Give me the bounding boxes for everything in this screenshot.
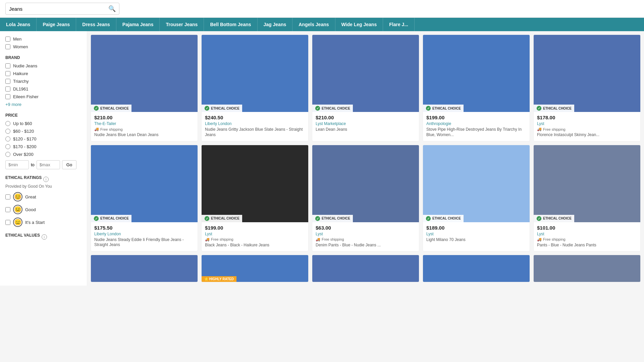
product-card[interactable]: ✓ ETHICAL CHOICE $199.00 Lyst 🚚Free ship… bbox=[201, 145, 309, 252]
price-go-button[interactable]: Go bbox=[62, 160, 76, 169]
more-brands-link[interactable]: +9 more bbox=[5, 102, 82, 107]
product-card[interactable]: ✓ ETHICAL CHOICE $178.00 Lyst 🚚Free ship… bbox=[533, 35, 641, 141]
product-card[interactable] bbox=[91, 255, 198, 282]
product-image: ✓ ETHICAL CHOICE bbox=[423, 35, 530, 112]
price-title: PRICE bbox=[5, 113, 82, 118]
product-image bbox=[91, 255, 198, 282]
ethical-badge-icon: ✓ bbox=[94, 216, 99, 221]
price-range-separator: to bbox=[31, 162, 35, 167]
price-radio[interactable] bbox=[5, 152, 10, 157]
product-card[interactable]: ✓ ETHICAL CHOICE $189.00 Lyst Light Mila… bbox=[423, 145, 530, 252]
price-min-input[interactable] bbox=[5, 160, 29, 169]
price-label: $60 - $120 bbox=[13, 129, 34, 134]
highly-rated-badge: ⭐ HIGHLY RATED bbox=[202, 276, 236, 282]
product-card[interactable]: ✓ ETHICAL CHOICE $175.50 Liberty London … bbox=[91, 145, 198, 252]
price-max-input[interactable] bbox=[37, 160, 60, 169]
product-retailer: Lyst bbox=[316, 232, 416, 236]
brand-checkbox[interactable] bbox=[5, 94, 10, 99]
price-radio[interactable] bbox=[5, 144, 10, 149]
product-image bbox=[534, 255, 640, 282]
ethical-rating-checkbox[interactable] bbox=[5, 207, 10, 212]
product-info: $63.00 Lyst 🚚Free shipping Denim Pants -… bbox=[312, 222, 419, 251]
product-area: ✓ ETHICAL CHOICE $210.00 The-E-Tailer 🚚F… bbox=[87, 31, 644, 286]
brand-checkbox[interactable] bbox=[5, 63, 10, 68]
product-card[interactable] bbox=[312, 255, 419, 282]
product-price: $240.50 bbox=[205, 115, 305, 120]
ethical-values-info-icon[interactable]: i bbox=[42, 234, 47, 240]
gender-checkbox-women[interactable] bbox=[5, 44, 10, 49]
price-radio[interactable] bbox=[5, 136, 10, 141]
ethical-ratings-subtitle: Provided by Good On You bbox=[5, 184, 82, 189]
brand-checkbox[interactable] bbox=[5, 79, 10, 84]
shipping-truck-icon: 🚚 bbox=[205, 237, 210, 242]
product-card[interactable]: ✓ ETHICAL CHOICE $101.00 Lyst 🚚Free ship… bbox=[533, 145, 641, 252]
svg-text:✓: ✓ bbox=[95, 217, 98, 221]
product-price: $175.50 bbox=[94, 225, 194, 231]
ethical-rating-good: 😐 Good bbox=[5, 205, 82, 214]
product-info: $178.00 Lyst 🚚Free shipping Florence Ins… bbox=[534, 112, 640, 141]
product-info: $189.00 Lyst Light Milano 70 Jeans bbox=[423, 222, 530, 246]
product-retailer: Lyst bbox=[426, 232, 526, 236]
product-image: ✓ ETHICAL CHOICE bbox=[312, 145, 419, 222]
svg-text:✓: ✓ bbox=[427, 107, 430, 110]
product-price: $101.00 bbox=[537, 225, 637, 231]
category-tab-jag[interactable]: Jag Jeans bbox=[258, 18, 293, 31]
ethical-rating-checkbox[interactable] bbox=[5, 220, 10, 225]
shipping-truck-icon: 🚚 bbox=[94, 127, 99, 131]
ethical-choice-badge: ✓ ETHICAL CHOICE bbox=[202, 105, 242, 112]
category-tab-bell-bottom[interactable]: Bell Bottom Jeans bbox=[204, 18, 257, 31]
category-tab-trouser[interactable]: Trouser Jeans bbox=[160, 18, 204, 31]
product-card[interactable] bbox=[533, 255, 641, 282]
ethical-choice-badge: ✓ ETHICAL CHOICE bbox=[423, 105, 464, 112]
sidebar: MenWomen BRAND Nudie JeansHaikureTriarch… bbox=[0, 31, 87, 286]
product-price: $178.00 bbox=[537, 115, 637, 120]
brand-checkbox[interactable] bbox=[5, 71, 10, 76]
category-tab-wide-leg[interactable]: Wide Leg Jeans bbox=[335, 18, 383, 31]
ethical-badge-label: ETHICAL CHOICE bbox=[543, 217, 572, 220]
category-tab-angels[interactable]: Angels Jeans bbox=[292, 18, 335, 31]
product-card[interactable]: ✓ ETHICAL CHOICE $240.50 Liberty London … bbox=[201, 35, 309, 141]
price-radio[interactable] bbox=[5, 121, 10, 126]
product-card[interactable]: ✓ ETHICAL CHOICE $199.00 Anthropologie S… bbox=[423, 35, 530, 141]
price-option: Up to $60 bbox=[5, 121, 82, 126]
ethical-rating-icon: 😐 bbox=[13, 205, 22, 214]
brand-label: DL1961 bbox=[13, 86, 29, 92]
brand-section: BRAND Nudie JeansHaikureTriarchyDL1961Ei… bbox=[5, 55, 82, 107]
gender-checkbox-men[interactable] bbox=[5, 37, 10, 42]
category-tab-lola[interactable]: Lola Jeans bbox=[0, 18, 37, 31]
product-name: Nudie Jeans Steady Eddie Ii Friendly Blu… bbox=[94, 237, 194, 248]
ethical-rating-checkbox[interactable] bbox=[5, 194, 10, 199]
brand-checkbox[interactable] bbox=[5, 86, 10, 92]
product-image: ✓ ETHICAL CHOICE bbox=[91, 35, 198, 112]
shipping-label: Free shipping bbox=[322, 237, 344, 241]
ethical-values-title: ETHICAL VALUES bbox=[5, 233, 40, 238]
price-radio[interactable] bbox=[5, 129, 10, 134]
category-tab-paige[interactable]: Paige Jeans bbox=[37, 18, 76, 31]
price-label: $120 - $170 bbox=[13, 136, 36, 141]
category-tab-flare[interactable]: Flare J... bbox=[383, 18, 415, 31]
product-info: $101.00 Lyst 🚚Free shipping Pants - Blue… bbox=[534, 222, 640, 251]
product-image: ⭐ HIGHLY RATED bbox=[202, 255, 308, 282]
ethical-ratings-header: ETHICAL RATINGS i bbox=[5, 175, 82, 183]
product-card[interactable] bbox=[423, 255, 530, 282]
ethical-badge-icon: ✓ bbox=[94, 106, 99, 111]
product-image: ✓ ETHICAL CHOICE bbox=[534, 35, 640, 112]
ethical-choice-badge: ✓ ETHICAL CHOICE bbox=[202, 215, 242, 222]
product-grid: ✓ ETHICAL CHOICE $210.00 The-E-Tailer 🚚F… bbox=[91, 35, 641, 282]
product-card[interactable]: ✓ ETHICAL CHOICE $63.00 Lyst 🚚Free shipp… bbox=[312, 145, 419, 252]
ethical-rating-icon: 😑 bbox=[13, 218, 22, 227]
category-tab-dress[interactable]: Dress Jeans bbox=[76, 18, 116, 31]
product-info: $210.00 Lyst Marketplace Lean Dean Jeans bbox=[312, 112, 419, 136]
product-card[interactable]: ✓ ETHICAL CHOICE $210.00 Lyst Marketplac… bbox=[312, 35, 419, 141]
ethical-ratings-section: ETHICAL RATINGS i Provided by Good On Yo… bbox=[5, 175, 82, 227]
product-price: $199.00 bbox=[205, 225, 305, 231]
category-tab-pajama[interactable]: Pajama Jeans bbox=[116, 18, 160, 31]
product-card[interactable]: ✓ ETHICAL CHOICE $210.00 The-E-Tailer 🚚F… bbox=[91, 35, 198, 141]
product-card[interactable]: ⭐ HIGHLY RATED bbox=[201, 255, 309, 282]
search-input[interactable] bbox=[9, 6, 108, 12]
ethical-choice-badge: ✓ ETHICAL CHOICE bbox=[534, 105, 574, 112]
ethical-badge-label: ETHICAL CHOICE bbox=[322, 217, 350, 220]
ethical-ratings-info-icon[interactable]: i bbox=[43, 177, 49, 182]
gender-label: Women bbox=[13, 44, 28, 49]
search-icon[interactable]: 🔍 bbox=[108, 5, 116, 12]
